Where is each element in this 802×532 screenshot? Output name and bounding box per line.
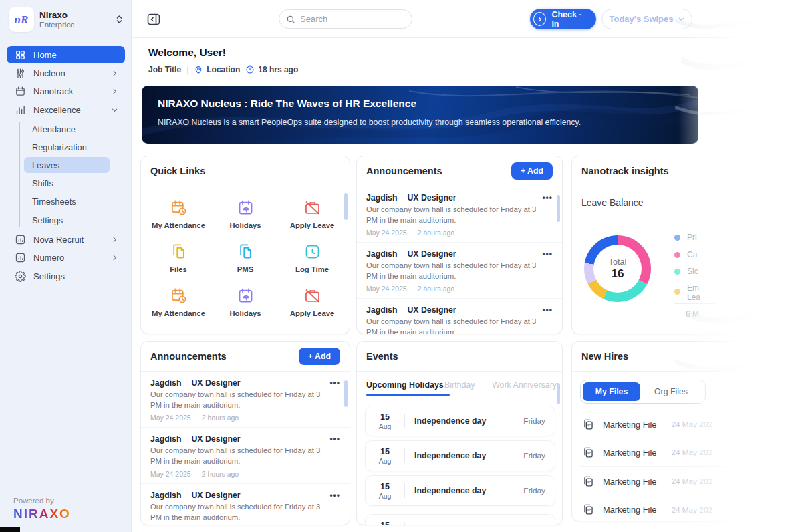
nanotrack-insights-card: Nanotrack insights Leave Balance Total 1… bbox=[571, 156, 797, 334]
quick-link-label: My Attendance bbox=[152, 221, 205, 229]
sidebar-item-nexcellence[interactable]: Nexcellence bbox=[7, 101, 125, 118]
chevron-down-icon bbox=[111, 106, 118, 114]
sidebar-item-nanotrack[interactable]: Nanotrack bbox=[7, 82, 125, 100]
announcement-author: Jagdish bbox=[150, 491, 181, 500]
sidebar-item-nova-recruit[interactable]: Nova Recruit bbox=[7, 231, 125, 248]
quick-link-my-attendance[interactable]: My Attendance bbox=[145, 281, 212, 319]
quick-link-holidays[interactable]: Holidays bbox=[212, 281, 279, 319]
quick-link-apply-leave[interactable]: Apply Leave bbox=[279, 281, 346, 319]
card-title: Announcements bbox=[150, 351, 227, 362]
event-row: 15Aug Independence day Friday bbox=[365, 475, 555, 506]
files-toggle: My Files Org Files bbox=[580, 380, 706, 404]
announcements-card-2: Announcements + Add JagdishUX Designer••… bbox=[140, 341, 350, 525]
donut-total-value: 16 bbox=[612, 267, 624, 281]
file-row[interactable]: Marketing File 24 May 202 bbox=[580, 411, 781, 438]
hero-banner: NIRAXO Nucleus : Ride The Waves of HR Ex… bbox=[142, 86, 698, 144]
subitem-label: Regularization bbox=[32, 142, 87, 152]
screen-corner-artifact bbox=[0, 527, 20, 532]
quick-link-pms[interactable]: PMS bbox=[212, 237, 279, 275]
quick-link-my-attendance[interactable]: My Attendance bbox=[145, 193, 212, 231]
quick-link-apply-leave[interactable]: Apply Leave bbox=[279, 193, 346, 231]
announcement-date: May 24 2025 bbox=[366, 229, 407, 237]
event-name: Independence day bbox=[414, 416, 486, 426]
more-options-icon[interactable]: ••• bbox=[542, 193, 553, 203]
sidebar-item-label: Numero bbox=[33, 253, 64, 263]
search-box bbox=[279, 9, 412, 29]
more-options-icon[interactable]: ••• bbox=[329, 491, 340, 500]
event-weekday: Friday bbox=[523, 525, 545, 525]
scrollbar-thumb[interactable] bbox=[557, 383, 560, 404]
location-pin-icon bbox=[194, 65, 203, 74]
search-input[interactable] bbox=[300, 14, 400, 24]
sidebar-item-label: Settings bbox=[33, 271, 65, 281]
more-options-icon[interactable]: ••• bbox=[542, 305, 553, 315]
chart-box-icon bbox=[15, 252, 26, 263]
announcement-item: JagdishUX Designer••• Our company town h… bbox=[141, 484, 350, 525]
card-title: Nanotrack insights bbox=[581, 166, 669, 176]
announcement-ago: 2 hours ago bbox=[202, 414, 239, 422]
sidebar-collapse-button[interactable] bbox=[146, 11, 162, 27]
file-row[interactable]: Marketing File 24 May 202 bbox=[580, 468, 781, 495]
briefcase-slash-icon bbox=[303, 287, 321, 305]
file-row[interactable]: Marketing File 24 May 202 bbox=[580, 496, 781, 521]
sidebar-item-home[interactable]: Home bbox=[7, 46, 125, 63]
event-weekday: Friday bbox=[523, 486, 545, 495]
topbar: Check - In Today's Swipes bbox=[132, 0, 802, 38]
sidebar-subitem-leaves[interactable]: Leaves bbox=[24, 157, 110, 173]
sidebar-subitem-regularization[interactable]: Regularization bbox=[24, 139, 110, 155]
add-announcement-button[interactable]: + Add bbox=[511, 162, 553, 180]
search-icon bbox=[286, 15, 295, 24]
org-switcher-icon[interactable] bbox=[115, 14, 124, 25]
sidebar-subitem-attendance[interactable]: Attendance bbox=[24, 121, 110, 137]
event-name: Independence day bbox=[414, 486, 486, 495]
scrollbar-thumb[interactable] bbox=[344, 193, 348, 220]
svg-text:nR: nR bbox=[15, 13, 29, 26]
toggle-org-files[interactable]: Org Files bbox=[640, 382, 702, 401]
announcement-date: May 24 2025 bbox=[150, 470, 191, 478]
todays-swipes-dropdown[interactable]: Today's Swipes bbox=[602, 9, 692, 29]
more-options-icon[interactable]: ••• bbox=[329, 378, 340, 388]
sidebar-item-settings[interactable]: Settings bbox=[7, 267, 125, 285]
announcement-ago: 2 hours ago bbox=[202, 470, 239, 478]
sidebar-subitem-shifts[interactable]: Shifts bbox=[24, 175, 110, 191]
quick-link-holidays[interactable]: Holidays bbox=[212, 193, 279, 231]
announcement-body: Our company town hall is scheduled for F… bbox=[150, 390, 325, 410]
niraxo-logo-text: NIRAXO bbox=[13, 507, 71, 521]
file-date: 24 May 202 bbox=[671, 505, 712, 515]
tab-work-anniversary[interactable]: Work Anniversary bbox=[492, 380, 557, 396]
file-date: 24 May 202 bbox=[671, 420, 712, 429]
quick-link-label: Files bbox=[170, 265, 187, 273]
event-row: 15Aug Independence day Friday bbox=[365, 406, 555, 436]
more-options-icon[interactable]: ••• bbox=[542, 249, 553, 259]
sidebar-item-label: Home bbox=[33, 50, 57, 60]
quick-link-files[interactable]: Files bbox=[145, 237, 212, 275]
sidebar-subitem-timesheets[interactable]: Timesheets bbox=[24, 193, 110, 209]
scrollbar-thumb[interactable] bbox=[557, 195, 560, 222]
scrollbar-thumb[interactable] bbox=[344, 380, 348, 407]
announcement-item: JagdishUX Designer••• Our company town h… bbox=[357, 299, 562, 334]
quick-link-log-time[interactable]: Log Time bbox=[279, 237, 346, 275]
page-title: Welcome, User! bbox=[148, 47, 226, 59]
last-seen-label: 18 hrs ago bbox=[258, 65, 298, 74]
sidebar-item-nucleon[interactable]: Nucleon bbox=[7, 64, 125, 82]
toggle-my-files[interactable]: My Files bbox=[583, 382, 640, 401]
tab-birthday[interactable]: Birthday bbox=[444, 380, 492, 396]
more-options-icon[interactable]: ••• bbox=[329, 434, 340, 444]
sidebar-subitem-settings[interactable]: Settings bbox=[24, 212, 110, 228]
powered-by-label: Powered by bbox=[13, 497, 71, 505]
check-in-label: Check - In bbox=[551, 10, 588, 29]
banner-title: NIRAXO Nucleus : Ride The Waves of HR Ex… bbox=[158, 98, 416, 110]
leave-balance-donut-chart: Total 16 bbox=[584, 235, 651, 302]
powered-by: Powered by NIRAXO bbox=[13, 497, 71, 521]
add-announcement-button[interactable]: + Add bbox=[299, 348, 340, 365]
tab-upcoming-holidays[interactable]: Upcoming Holidays bbox=[366, 380, 444, 396]
main-content: Welcome, User! Job Title | Location 18 h… bbox=[132, 38, 802, 532]
quick-link-label: My Attendance bbox=[152, 309, 205, 317]
card-title: New Hires bbox=[581, 351, 628, 362]
sidebar-item-numero[interactable]: Numero bbox=[7, 249, 125, 266]
legend-more-label: 6 M bbox=[686, 309, 699, 319]
banner-wave-art bbox=[142, 86, 698, 144]
event-name: Independence day bbox=[414, 451, 486, 460]
check-in-button[interactable]: Check - In bbox=[530, 9, 596, 29]
file-row[interactable]: Marketing File 24 May 202 bbox=[580, 439, 781, 467]
